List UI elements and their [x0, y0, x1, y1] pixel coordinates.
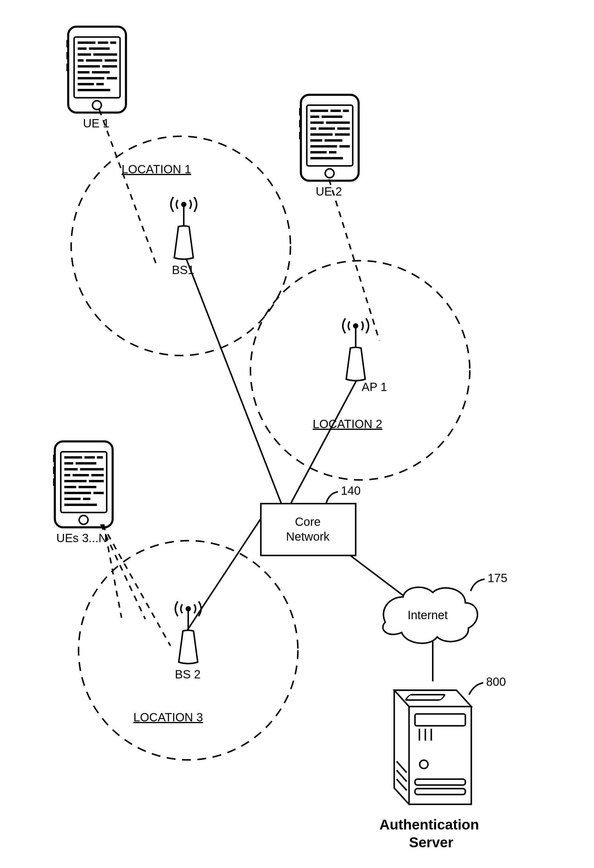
internet-ref: 175 — [488, 571, 507, 585]
svg-rect-37 — [326, 121, 350, 124]
ue-2 — [299, 95, 359, 181]
svg-rect-32 — [331, 109, 341, 112]
svg-rect-73 — [83, 498, 90, 500]
svg-rect-28 — [299, 108, 301, 115]
svg-rect-42 — [335, 133, 350, 136]
link-bs1-core — [185, 256, 283, 508]
svg-rect-41 — [310, 133, 332, 136]
svg-rect-23 — [96, 83, 104, 85]
svg-rect-36 — [310, 121, 324, 124]
svg-rect-40 — [337, 127, 350, 130]
bs2-label: BS 2 — [175, 668, 201, 681]
ap1 — [343, 319, 369, 381]
core-label2: Network — [286, 530, 330, 543]
svg-rect-31 — [310, 109, 328, 112]
bs1 — [171, 197, 197, 259]
svg-rect-46 — [339, 145, 350, 148]
svg-rect-25 — [301, 95, 359, 181]
svg-rect-8 — [110, 41, 116, 44]
location3-label: LOCATION 3 — [133, 711, 203, 724]
svg-rect-20 — [78, 77, 104, 80]
svg-rect-56 — [64, 456, 82, 459]
svg-rect-3 — [66, 40, 68, 47]
internet-lead — [471, 579, 485, 591]
svg-rect-24 — [78, 89, 110, 91]
svg-point-76 — [181, 202, 186, 207]
svg-rect-81 — [261, 503, 356, 555]
svg-rect-43 — [310, 139, 322, 142]
svg-rect-22 — [78, 83, 94, 85]
link-ue3n-a — [101, 524, 145, 619]
svg-rect-6 — [78, 41, 95, 44]
svg-rect-19 — [92, 71, 110, 74]
core-label1: Core — [295, 515, 321, 528]
server-ref: 800 — [486, 675, 506, 688]
ue-1 — [66, 27, 126, 112]
svg-rect-71 — [93, 492, 104, 494]
diagram: LOCATION 1 LOCATION 2 LOCATION 3 UE 1 — [0, 0, 594, 868]
svg-rect-66 — [64, 480, 87, 482]
svg-rect-65 — [91, 474, 104, 476]
svg-rect-55 — [53, 478, 55, 486]
svg-rect-59 — [64, 462, 73, 465]
svg-rect-38 — [310, 127, 316, 130]
svg-rect-49 — [310, 157, 343, 159]
svg-rect-5 — [66, 64, 68, 71]
svg-rect-17 — [102, 65, 117, 68]
svg-point-80 — [186, 606, 191, 611]
location2-label: LOCATION 2 — [313, 418, 383, 430]
auth-server — [394, 690, 471, 804]
svg-rect-58 — [97, 456, 103, 459]
svg-rect-74 — [64, 503, 97, 506]
bs1-label: BS1 — [172, 263, 194, 276]
svg-rect-44 — [325, 139, 342, 142]
svg-rect-62 — [80, 468, 104, 471]
core-network: Core Network 140 — [261, 484, 361, 555]
ap1-label: AP 1 — [362, 380, 387, 393]
svg-rect-70 — [64, 492, 91, 494]
svg-rect-63 — [64, 474, 70, 476]
bs2 — [176, 601, 201, 664]
ue-3n — [53, 441, 112, 527]
svg-rect-54 — [53, 466, 55, 474]
svg-rect-21 — [107, 77, 117, 80]
internet-cloud: Internet — [383, 587, 477, 643]
svg-rect-57 — [84, 456, 95, 459]
svg-rect-69 — [78, 486, 96, 488]
internet-label: Internet — [408, 608, 448, 621]
svg-point-52 — [79, 515, 88, 524]
svg-rect-72 — [64, 498, 81, 500]
svg-rect-10 — [89, 47, 110, 50]
ue2-label: UE 2 — [316, 185, 342, 198]
link-bs2-core — [187, 509, 267, 631]
svg-rect-67 — [89, 480, 104, 482]
svg-rect-12 — [93, 53, 117, 56]
svg-point-2 — [93, 101, 101, 109]
auth-label2: Server — [409, 834, 453, 850]
svg-rect-7 — [98, 41, 108, 44]
svg-rect-33 — [343, 109, 349, 112]
svg-rect-45 — [310, 145, 337, 148]
svg-rect-0 — [68, 27, 126, 112]
svg-rect-53 — [53, 455, 55, 462]
svg-rect-11 — [78, 53, 91, 56]
svg-rect-13 — [78, 59, 84, 62]
link-ue2-ap1 — [329, 179, 380, 341]
svg-rect-14 — [86, 59, 102, 62]
svg-rect-68 — [64, 486, 76, 488]
svg-rect-50 — [55, 441, 112, 527]
ue1-label: UE 1 — [83, 117, 109, 130]
svg-rect-64 — [72, 474, 89, 476]
link-core-internet — [348, 554, 409, 600]
svg-rect-47 — [310, 151, 327, 154]
svg-rect-35 — [322, 115, 342, 118]
svg-rect-61 — [64, 468, 78, 471]
svg-rect-16 — [78, 65, 100, 68]
svg-rect-39 — [319, 127, 335, 130]
svg-point-27 — [325, 169, 334, 178]
svg-rect-60 — [75, 462, 96, 465]
svg-rect-30 — [299, 132, 301, 139]
svg-rect-48 — [329, 151, 337, 154]
core-ref: 140 — [341, 484, 361, 497]
link-ue3n-b — [102, 524, 170, 646]
